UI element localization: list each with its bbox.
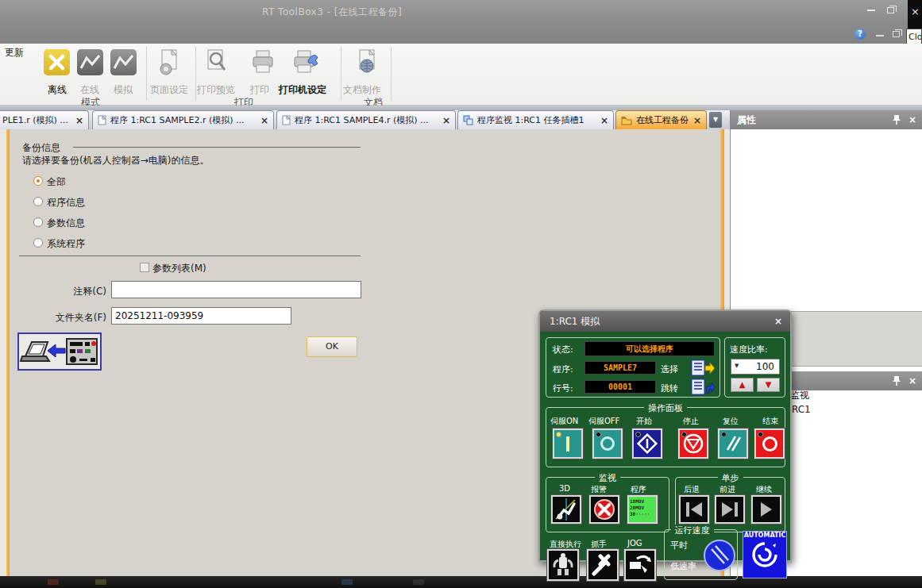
properties-title: 属性 [737,114,756,125]
step-forward-button[interactable] [715,495,745,524]
radio-parameter-info[interactable] [33,217,43,227]
minimize-button[interactable] [867,10,875,11]
close-icon[interactable]: × [911,6,920,17]
offline-button[interactable] [44,49,70,75]
program-screen-line: 30····· [630,511,655,517]
print-button[interactable] [249,48,276,80]
alarm-icon [591,497,618,522]
taskbar-item [95,579,106,585]
pin-icon[interactable] [893,375,901,386]
speed-knob[interactable] [703,539,736,575]
servo-off-button[interactable] [592,429,623,459]
restore-button[interactable] [887,7,894,13]
folder-name-input[interactable] [111,307,291,325]
panel-close-icon[interactable]: × [908,371,916,390]
page-setup-button[interactable] [156,48,182,80]
alarm-label: 报警 [591,484,607,495]
comment-input[interactable] [111,281,361,298]
step-continue-button[interactable] [751,495,781,524]
child-restore-button[interactable] [893,31,900,37]
parameter-list-checkbox[interactable] [140,263,149,272]
radio-all[interactable] [33,176,43,186]
panel-close-icon[interactable]: × [908,110,916,129]
line-jump-button[interactable] [691,379,715,398]
program-screen-line: 10MOV [630,498,655,505]
reset-button[interactable] [718,429,748,459]
properties-panel-header: 属性 × [731,110,922,129]
3d-monitor-button[interactable] [551,495,581,524]
tab-sample1[interactable]: PLE1.r (模拟) ... × [0,110,89,129]
online-button[interactable] [77,49,103,75]
radio-program-info[interactable] [33,197,43,206]
printer-setup-button[interactable] [291,48,322,80]
robot-icon [549,551,577,579]
tab-sample4[interactable]: 程序 1:RC1 SAMPLE4.r (模拟) ... × [276,110,456,129]
tab-close-icon[interactable]: × [600,115,608,126]
tab-close-icon[interactable]: × [693,115,701,126]
simulate-button[interactable] [110,49,137,75]
speed-spinbox[interactable]: ▼ 100 [731,359,780,375]
tab-bar: PLE1.r (模拟) ... × 程序 1:RC1 SAMPLE2.r (模拟… [0,110,730,129]
jog-button[interactable] [624,549,656,581]
start-button[interactable] [632,429,662,459]
spin-down-icon[interactable]: ▼ [735,363,739,369]
step-continue-label: 继续 [756,484,772,495]
print-preview-button[interactable] [203,48,230,80]
pc-from-controller-icon [19,334,100,369]
child-minimize-button[interactable] [876,35,884,37]
printer-setup-label: 打印机设定 [279,83,326,97]
gripper-icon [588,551,617,579]
end-button[interactable] [754,429,785,459]
tab-sample2[interactable]: 程序 1:RC1 SAMPLE2.r (模拟) ... × [92,110,274,129]
tab-online-backup[interactable]: 在线工程备份 × [615,110,707,129]
step-back-button[interactable] [679,495,709,524]
program-monitor-button[interactable]: 10MOV 20MOV 30····· [627,495,658,524]
speed-down-button[interactable]: ▼ [757,378,780,392]
servo-on-button[interactable] [553,429,583,459]
status-label: 状态: [553,344,573,355]
sim-title-bar[interactable]: 1:RC1 模拟 × [540,311,790,332]
simulate-icon [110,49,137,75]
folder-icon [621,116,632,125]
tab-label: 程序监视 1:RC1 任务插槽1 [477,114,584,126]
servo-on-label: 伺服ON [550,416,578,427]
end-label: 结束 [762,416,778,427]
monitor-icon [463,115,473,125]
hand-button[interactable] [587,549,619,581]
radio-all-label: 全部 [47,175,66,189]
speed-up-button[interactable]: ▲ [731,378,754,392]
backup-group-title: 备份信息 [22,141,60,155]
comment-label: 注释(C) [73,285,106,298]
simulate-label: 模拟 [114,83,133,97]
line-display: 00001 [584,380,656,394]
doc-create-label: 文档制作 [343,83,381,97]
speed-group: 速度比率: ▼ 100 ▲ ▼ [724,337,785,398]
status-display: 可以选择程序 [584,341,715,356]
servo-off-label: 伺服OFF [588,416,619,427]
update-label[interactable]: 更新 [5,46,24,60]
alarm-monitor-button[interactable] [589,495,619,524]
close-tooltip: Clo [906,29,922,45]
stop-button[interactable] [678,429,708,459]
ok-button[interactable]: OK [307,336,357,357]
pin-icon[interactable] [893,114,901,125]
sim-close-icon[interactable]: × [774,311,782,332]
radio-system-program[interactable] [33,238,43,248]
tab-label: PLE1.r (模拟) ... [2,114,68,126]
doc-create-button[interactable] [355,48,380,80]
print-icon [249,48,276,77]
program-select-button[interactable] [691,359,715,379]
monitor-tree-child[interactable]: RC1 [792,404,811,415]
automatic-swirl-icon [749,539,781,571]
parameter-list-label: 参数列表(M) [152,262,206,275]
direct-exec-button[interactable] [547,549,579,581]
reset-label: 复位 [723,416,739,427]
monitor-tree-node[interactable]: 监视 [790,389,809,402]
tab-close-icon[interactable]: × [260,115,268,126]
automatic-button[interactable]: AUTOMATIC [743,531,787,578]
tab-close-icon[interactable]: × [442,115,450,126]
tab-list-dropdown[interactable]: ▼ [709,112,722,128]
tab-program-monitor[interactable]: 程序监视 1:RC1 任务插槽1 × [457,110,614,129]
tab-close-icon[interactable]: × [75,115,83,126]
help-icon[interactable]: ? [854,29,866,40]
